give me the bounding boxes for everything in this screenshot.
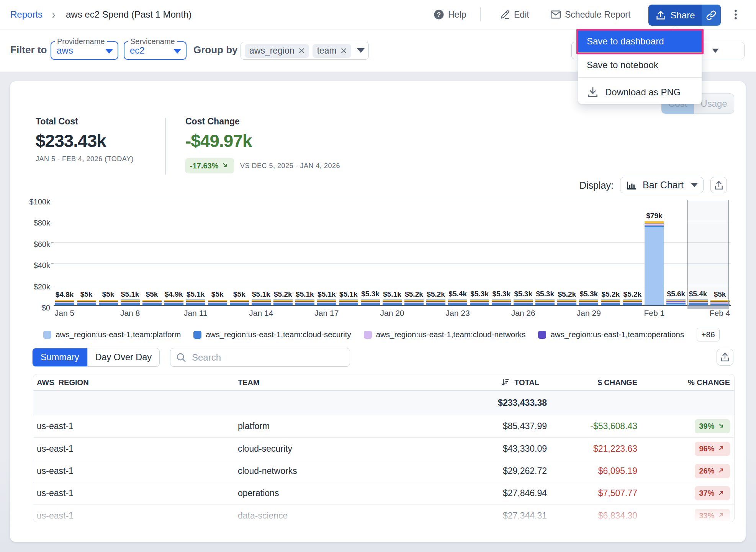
- svg-text:?: ?: [437, 11, 441, 18]
